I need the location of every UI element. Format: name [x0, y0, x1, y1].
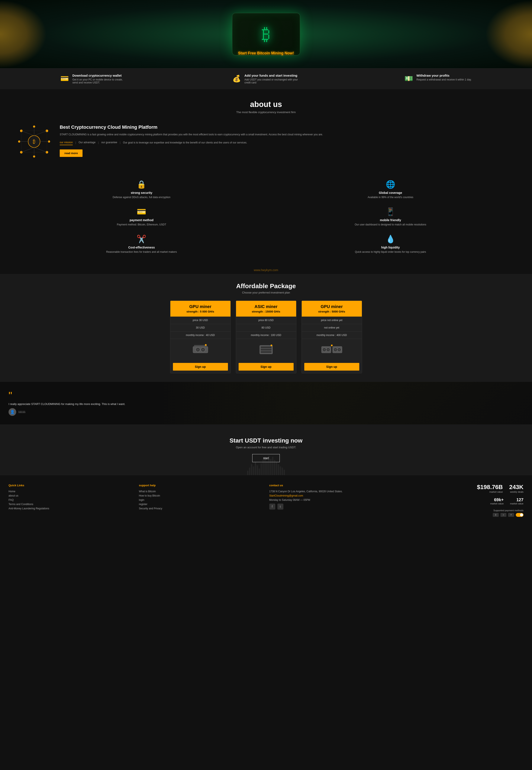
feature-liquidity-title: high liquidity [381, 246, 400, 249]
signup-button-gpu2[interactable]: Sign up [304, 363, 359, 371]
tab-our-advantage[interactable]: Our advantage [78, 140, 95, 145]
network-graphic: ₿ [17, 124, 51, 163]
pkg-asic-monthly: monthly income : 100 USD [236, 332, 296, 339]
social-icons: f t [269, 503, 393, 509]
hero-phone: ₿ [232, 13, 300, 55]
cta-start-button[interactable]: start [252, 454, 280, 462]
package-header-gpu2: GPU miner strength : 5000 GH/s [302, 301, 362, 317]
about-content: ₿ Best Cryptocurrency Cloud Mining Platf… [0, 118, 532, 169]
withdraw-icon: 💵 [404, 74, 413, 83]
about-tabs: our mission | Our advantage | our guaran… [60, 140, 515, 145]
footer-link-terms[interactable]: Terms and Conditions [9, 503, 132, 506]
svg-text:₿: ₿ [33, 138, 35, 144]
feature-global-desc: Available in 99% of the world's countrie… [368, 196, 413, 199]
svg-line-10 [21, 131, 34, 135]
footer-link-what-bitcoin[interactable]: What is Bitcoin [139, 490, 263, 493]
stat-market-cap-label: market value [477, 490, 503, 493]
pkg-gpu2-daily: not online yet [302, 324, 362, 332]
stat-row-bottom: 69k+ market value 127 market value [400, 497, 523, 507]
testimonial-username: 11111 [18, 410, 25, 413]
footer-link-home[interactable]: Home [9, 490, 132, 493]
svg-point-44 [331, 345, 333, 346]
footer-contact: contact us 1738 N Canyon Dr Los Angeles,… [269, 484, 393, 517]
svg-line-12 [21, 147, 34, 152]
watermark: www.hwykym.com [0, 266, 532, 274]
footer-link-security[interactable]: Security and Privacy [139, 507, 263, 510]
security-icon: 🔒 [137, 180, 146, 189]
stat-69k-label: market value [490, 502, 504, 505]
footer-link-aml[interactable]: Anti-Money Laundering Regulations [9, 507, 132, 510]
stat-weekly-deals-label: weekly deals [509, 490, 523, 493]
stat-weekly-deals-value: 243K [509, 484, 523, 490]
signup-button-gpu1[interactable]: Sign up [173, 363, 228, 371]
package-asic-miner: ASIC miner strength : 15000 GH/s price 8… [236, 301, 296, 373]
feature-mobile-desc: Our user dashboard is designed to match … [355, 223, 426, 226]
tab-separator-3: | [117, 141, 123, 144]
payment-methods: Supported payment methods ₿ Ξ ₮ [400, 509, 523, 517]
svg-rect-22 [193, 347, 208, 353]
svg-rect-32 [261, 351, 271, 353]
package-gpu-miner-2: GPU miner strength : 5000 GH/s price not… [302, 301, 362, 373]
info-item-wallet: 💳 Download cryptocurrency wallet Get it … [60, 74, 129, 84]
pkg-asic-footer: Sign up [236, 360, 296, 373]
tab-our-guarantee[interactable]: our guarantee [101, 140, 117, 145]
packages-subtitle: Choose your preferred investment plan [9, 291, 523, 294]
read-more-button[interactable]: read more [60, 149, 83, 157]
footer-link-register[interactable]: register [139, 503, 263, 506]
features-grid: 🔒 strong security Defense against DDoS a… [0, 169, 532, 266]
footer-email[interactable]: StartCloudmining@gmail.com [269, 494, 393, 497]
footer-link-about[interactable]: about us [9, 494, 132, 497]
about-text: Best Cryptocurrency Cloud Mining Platfor… [60, 124, 515, 157]
stat-row-top: $198.76B market value 243K weekly deals [400, 484, 523, 495]
svg-point-38 [327, 349, 329, 351]
feature-strong-security: 🔒 strong security Defense against DDoS a… [17, 176, 266, 203]
svg-point-36 [323, 349, 325, 351]
pkg-asic-image [236, 339, 296, 360]
toggle-switch[interactable] [516, 513, 523, 517]
footer-stats: $198.76B market value 243K weekly deals … [400, 484, 523, 517]
pkg-gpu2-image [302, 339, 362, 360]
svg-point-33 [271, 345, 272, 346]
feature-payment-method: 💳 payment method Payment method: Bitcoin… [17, 203, 266, 230]
info-invest-title: Add your funds and start investing [244, 74, 301, 77]
testimonial-section: " I really appreciate START CLOUDMINING … [0, 382, 532, 424]
svg-line-11 [34, 131, 47, 135]
footer-link-buy-bitcoin[interactable]: How to buy Bitcoin [139, 494, 263, 497]
hero-section: ₿ Start Free Bitcoin Mining Now! [0, 0, 532, 68]
footer-link-login[interactable]: login [139, 498, 263, 501]
stat-127-label: market value [510, 502, 523, 505]
svg-rect-27 [194, 345, 207, 346]
stat-market-69: 69k+ market value [490, 497, 504, 507]
quote-mark: " [9, 390, 523, 401]
facebook-icon[interactable]: f [269, 503, 275, 509]
feature-payment-title: payment method [130, 219, 154, 222]
feature-global-coverage: 🌐 Global coverage Available in 99% of th… [266, 176, 515, 203]
pkg-gpu2-price: price not online yet [302, 317, 362, 324]
svg-point-26 [202, 349, 204, 351]
cta-subtitle: Open an account for free and start tradi… [9, 446, 523, 449]
cost-icon: ✂️ [137, 235, 146, 244]
testimonial-content: " I really appreciate START CLOUDMINING … [9, 390, 523, 416]
feature-high-liquidity: 💧 high liquidity Quick access to highly … [266, 230, 515, 258]
info-invest-desc: Add USDT you created or exchanged with y… [244, 78, 301, 84]
tab-our-mission[interactable]: our mission [60, 140, 73, 145]
stat-69k-value: 69k+ [490, 497, 504, 502]
testimonial-text: I really appreciate START CLOUDMINING fo… [9, 402, 523, 406]
footer-contact-title: contact us [269, 484, 393, 487]
hero-cta[interactable]: Start Free Bitcoin Mining Now! [238, 51, 294, 55]
stat-weekly-deals: 243K weekly deals [509, 484, 523, 495]
twitter-icon[interactable]: t [277, 503, 283, 509]
info-withdraw-title: Withdraw your profits [416, 74, 472, 77]
pkg-gpu2-strength: strength : 5000 GH/s [305, 310, 358, 313]
global-icon: 🌐 [386, 180, 395, 189]
liquidity-icon: 💧 [386, 235, 395, 244]
pkg-gpu1-daily: 30 USD [170, 324, 230, 332]
cta-bg-decoration [0, 424, 532, 475]
svg-rect-31 [261, 349, 271, 351]
signup-button-asic[interactable]: Sign up [239, 363, 294, 371]
footer-hours: Monday to Saturday 08AM — 05PM [269, 498, 393, 501]
payment-icons: ₿ Ξ ₮ [400, 513, 523, 517]
payment-icon-1: ₿ [493, 513, 499, 517]
footer-link-faq[interactable]: FAQ [9, 498, 132, 501]
pkg-gpu2-name: GPU miner [305, 304, 358, 309]
